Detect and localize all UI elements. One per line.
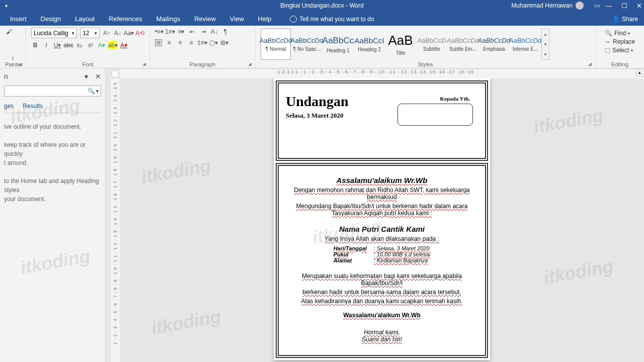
kepada-label: Kepada Yth, (440, 96, 470, 102)
lightbulb-icon (290, 16, 297, 23)
document-title: Bingkai Undangan.docx - Word (280, 2, 364, 9)
share-button[interactable]: 👤 Share (612, 16, 638, 26)
tab-review[interactable]: Review (188, 12, 222, 26)
salam-label: Assalamu'alaikum Wr.Wb (293, 176, 471, 185)
text-effects-icon[interactable]: A▾ (98, 41, 106, 49)
styles-launcher-icon[interactable]: ◢ (588, 61, 594, 67)
replace-button[interactable]: ↔Replace (605, 38, 635, 45)
style-title[interactable]: AaBTitle (385, 29, 416, 60)
grow-font-icon[interactable]: A↑ (103, 29, 111, 37)
nav-tab-results[interactable]: Results (23, 103, 43, 110)
tab-help[interactable]: Help (252, 12, 278, 26)
chevron-down-icon: ▾ (72, 31, 74, 36)
sort-icon[interactable]: A↓ (210, 28, 218, 36)
scroll-up-icon[interactable]: ▴ (636, 69, 643, 76)
wassalam-label: Wassalamu'alaikum Wr.Wb (293, 312, 471, 319)
maximize-button[interactable]: ☐ (621, 2, 627, 10)
justify-icon[interactable]: ≡ (187, 39, 195, 47)
subscript-button[interactable]: x₂ (75, 41, 84, 49)
clear-format-icon[interactable]: A⟲ (136, 29, 144, 37)
style-nospacing[interactable]: AaBbCcDd¶ No Spac... (292, 29, 322, 60)
select-button[interactable]: ⬚Select▾ (605, 47, 635, 54)
ruler-corner (112, 70, 119, 77)
nav-tab-pages[interactable]: ges (4, 103, 14, 110)
font-name-select[interactable]: Lucida Callig▾ (31, 28, 77, 38)
invitation-top-frame: Undangan Selasa, 3 Maret 2020 Kepada Yth… (276, 80, 488, 161)
title-bar: ▾ Bingkai Undangan.docx - Word Muhammad … (0, 0, 644, 11)
increase-indent-icon[interactable]: ⇥ (199, 28, 207, 36)
bullets-icon[interactable]: •≡▾ (155, 28, 163, 36)
styles-group-label: Styles (261, 61, 590, 68)
nav-body-text: ive outline of your document. keep track… (4, 113, 101, 204)
underline-button[interactable]: U▾ (53, 41, 61, 49)
tab-layout[interactable]: Layout (69, 12, 101, 26)
event-details: Hari/Tanggal: Selasa, 3 Maret 2020 Pukul… (334, 245, 431, 263)
show-marks-icon[interactable]: ¶ (221, 28, 229, 36)
superscript-button[interactable]: x² (87, 41, 95, 49)
style-intense[interactable]: AaBbCcDdIntense E... (510, 29, 540, 60)
nav-close-icon[interactable]: ✕ (95, 72, 101, 80)
paragraph-launcher-icon[interactable]: ◢ (248, 61, 254, 67)
vertical-ruler[interactable]: 1·2·3·4·5·6·7·8·9·10·11·12·13·14·15·16·1… (111, 78, 120, 362)
numbering-icon[interactable]: 1≡▾ (166, 28, 174, 36)
find-button[interactable]: 🔍Find▾ (605, 30, 635, 37)
editing-group-label: Editing (601, 61, 639, 68)
styles-scroll[interactable]: ▲▼▼ (541, 29, 549, 60)
tab-design[interactable]: Design (35, 12, 67, 26)
paragraph-group-label: Paragraph (155, 61, 250, 68)
strike-button[interactable]: abc (64, 41, 72, 49)
style-emphasis[interactable]: AaBbCcDdEmphasis (479, 29, 509, 60)
horizontal-ruler[interactable]: ·1·2·1·|·1···1···2···3···4···5···6···7··… (120, 69, 644, 78)
chevron-down-icon: ▾ (96, 88, 99, 94)
tab-insert[interactable]: Insert (4, 12, 33, 26)
tab-mailings[interactable]: Mailings (150, 12, 187, 26)
nav-search-input[interactable]: 🔍▾ (4, 85, 101, 97)
body-p5: Merupakan suatu kehormatan bagi kami sek… (293, 273, 471, 287)
bold-button[interactable]: B (31, 41, 39, 49)
align-center-icon[interactable]: ≡ (165, 39, 173, 47)
italic-button[interactable]: I (42, 41, 50, 49)
select-icon: ⬚ (605, 47, 610, 54)
style-heading1[interactable]: AaBbCcHeading 1 (323, 29, 353, 60)
font-launcher-icon[interactable]: ◢ (142, 61, 148, 67)
styles-group: AaBbCcDd¶ Normal AaBbCcDd¶ No Spac... Aa… (256, 26, 596, 68)
tell-me-box[interactable]: Tell me what you want to do (290, 16, 374, 26)
styles-gallery[interactable]: AaBbCcDd¶ Normal AaBbCcDd¶ No Spac... Aa… (261, 28, 590, 60)
signature-label: Suami dan Istri (293, 336, 471, 343)
clipboard-launcher-icon[interactable]: ◢ (19, 61, 25, 67)
style-subtleem[interactable]: AaBbCcDdSubtle Em... (448, 29, 478, 60)
nav-menu-icon[interactable]: ▾ (85, 72, 88, 80)
close-button[interactable]: ✕ (636, 2, 642, 10)
font-size-select[interactable]: 12▾ (80, 28, 100, 38)
avatar-icon (576, 2, 584, 10)
document-canvas[interactable]: Undangan Selasa, 3 Maret 2020 Kepada Yth… (120, 78, 644, 362)
align-right-icon[interactable]: ≡ (176, 39, 184, 47)
search-icon: 🔍 (605, 30, 612, 37)
minimize-button[interactable]: — (606, 2, 612, 10)
style-normal[interactable]: AaBbCcDd¶ Normal (261, 29, 291, 60)
align-left-icon[interactable]: ≡ (155, 39, 162, 46)
account-area[interactable]: Muhammad Hernawan (512, 2, 584, 10)
multilevel-icon[interactable]: ≡▾ (177, 28, 185, 36)
qat-dropdown-icon[interactable]: ▾ (5, 3, 8, 9)
tab-references[interactable]: References (103, 12, 148, 26)
search-icon: 🔍 (88, 87, 95, 95)
clipboard-group: 🖌 t Painter ◢ (0, 26, 26, 68)
style-heading2[interactable]: AaBbCcIHeading 2 (354, 29, 384, 60)
borders-icon[interactable]: ⊞▾ (220, 39, 228, 47)
body-p3: Tasyakuran Aqiqah putri kedua kami : (293, 210, 471, 217)
shading-icon[interactable]: ▢▾ (209, 39, 217, 47)
format-painter-icon[interactable]: 🖌 (5, 28, 13, 36)
tab-view[interactable]: View (224, 12, 250, 26)
font-color-icon[interactable]: A▾ (120, 41, 128, 49)
child-name: Nama Putri Cantik Kami (293, 225, 471, 233)
shrink-font-icon[interactable]: A↓ (114, 29, 122, 37)
line-spacing-icon[interactable]: ‡≡▾ (198, 39, 206, 47)
highlight-icon[interactable]: ab▾ (109, 41, 117, 49)
decrease-indent-icon[interactable]: ⇤ (188, 28, 196, 36)
ribbon-display-icon[interactable]: ▭ (594, 2, 600, 9)
change-case-icon[interactable]: Aa▾ (125, 29, 133, 37)
navigation-pane: n ▾ ✕ 🔍▾ ges Results ive outline of your… (0, 68, 106, 362)
font-group-label: Font (31, 61, 144, 68)
style-subtitle[interactable]: AaBbCcDSubtitle (417, 29, 447, 60)
